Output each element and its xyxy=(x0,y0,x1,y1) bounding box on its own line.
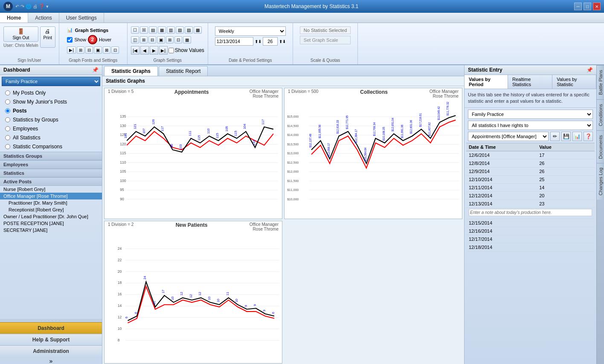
post-item-secretary[interactable]: SECRETARY [JANE] xyxy=(0,227,102,234)
note-row[interactable] xyxy=(466,208,595,219)
toolbar-btn-1[interactable]: ▶| xyxy=(67,46,76,54)
dashboard-button[interactable]: Dashboard xyxy=(0,322,102,334)
cell-value[interactable] xyxy=(537,191,595,199)
value-input[interactable] xyxy=(539,169,560,174)
gs-btn-8[interactable]: ▩ xyxy=(194,26,202,34)
post-item-owner[interactable]: Owner / Lead Practitioner [Dr. John Que] xyxy=(0,213,102,220)
side-tab-battle-plans[interactable]: Battle Plans xyxy=(597,65,604,99)
cell-value[interactable] xyxy=(537,219,595,227)
gs-btn-1[interactable]: ☐ xyxy=(131,26,139,34)
menu-tab-actions[interactable]: Actions xyxy=(28,13,59,23)
nav-next-button[interactable]: ▶ xyxy=(150,46,158,55)
value-input[interactable] xyxy=(539,245,560,250)
side-tab-conditions[interactable]: Conditions xyxy=(597,99,604,130)
cell-value[interactable] xyxy=(537,235,595,243)
menu-tab-user-settings[interactable]: User Settings xyxy=(59,13,104,23)
nav-item-junior-posts[interactable]: Show My Junior's Posts xyxy=(2,98,100,106)
nav-radio-employees[interactable] xyxy=(5,126,10,131)
right-statistic-select[interactable]: Appointments [Office Manager] xyxy=(468,132,549,141)
nav-radio-my-posts[interactable] xyxy=(5,90,10,95)
gs-btn-15[interactable]: ▦ xyxy=(183,36,191,43)
table-row[interactable]: 12/11/2014 xyxy=(466,183,595,191)
right-save-icon-btn[interactable]: 💾 xyxy=(561,132,571,141)
post-item-nurse[interactable]: Nurse [Robert Grey] xyxy=(0,186,102,193)
set-graph-scale-button[interactable]: Set Graph Scale xyxy=(300,36,351,44)
practice-select[interactable]: Family Practice xyxy=(2,77,100,86)
window-controls[interactable]: ─ □ ✕ xyxy=(574,3,601,10)
post-item-practitioner[interactable]: Practitioner [Dr. Mary Smith] xyxy=(0,199,102,206)
nav-last-button[interactable]: ▶| xyxy=(159,46,168,55)
table-row[interactable]: 12/10/2014 xyxy=(466,175,595,183)
nav-item-stat-comparisons[interactable]: Statistic Comparisons xyxy=(2,142,100,151)
toolbar-btn-5[interactable]: ⊠ xyxy=(103,46,110,54)
nav-prev-button[interactable]: ◀ xyxy=(140,46,149,55)
nav-item-all-stats[interactable]: All Statistics xyxy=(2,133,100,142)
toolbar-btn-3[interactable]: ⊟ xyxy=(85,46,93,54)
gs-btn-10[interactable]: ⊞ xyxy=(140,36,148,43)
value-input[interactable] xyxy=(539,153,560,158)
print-button[interactable]: 🖨 Print xyxy=(40,26,55,48)
value-input[interactable] xyxy=(539,177,560,182)
cell-value[interactable] xyxy=(537,159,595,167)
side-tab-documents[interactable]: Documents xyxy=(597,130,604,163)
gs-btn-14[interactable]: ⊡ xyxy=(174,36,182,43)
nav-radio-all-stats[interactable] xyxy=(5,135,10,140)
gs-btn-12[interactable]: ▣ xyxy=(157,36,165,43)
maximize-button[interactable]: □ xyxy=(584,3,591,10)
nav-item-posts[interactable]: Posts xyxy=(2,107,100,115)
nav-item-employees[interactable]: Employees xyxy=(2,124,100,133)
right-scope-select[interactable]: All statistics I have rights to xyxy=(468,121,593,130)
right-edit-icon-btn[interactable]: ✏ xyxy=(550,132,560,141)
table-row[interactable]: 12/17/2014 xyxy=(466,235,595,243)
cell-value[interactable] xyxy=(537,227,595,235)
right-practice-select[interactable]: Family Practice xyxy=(468,110,593,119)
right-help-icon-btn[interactable]: ❓ xyxy=(584,132,593,141)
resize-handle[interactable]: · · · · · · xyxy=(0,319,102,322)
help-button[interactable]: Help & Support xyxy=(0,334,102,345)
tab-values-by-statistic[interactable]: Values by Statistic xyxy=(552,75,596,89)
nav-radio-stat-comparisons[interactable] xyxy=(5,144,10,149)
gs-btn-13[interactable]: ⊞ xyxy=(166,36,174,43)
nav-radio-stats-groups[interactable] xyxy=(5,117,10,122)
period-num-input[interactable] xyxy=(263,37,278,46)
cell-value[interactable] xyxy=(537,183,595,191)
table-row[interactable]: 12/12/2014 xyxy=(466,191,595,199)
gs-btn-4[interactable]: ▦ xyxy=(158,26,166,34)
tab-statistic-report[interactable]: Statistic Report xyxy=(159,66,208,76)
gs-btn-3[interactable]: ▤ xyxy=(149,26,157,34)
num-spin-icon[interactable]: ⬆⬇ xyxy=(279,39,286,44)
sign-out-button[interactable]: 🚪 Sign Out xyxy=(3,26,38,42)
cell-value[interactable] xyxy=(537,151,595,159)
table-row[interactable]: 12/9/2014 xyxy=(466,167,595,175)
date-input[interactable] xyxy=(215,37,253,46)
table-row[interactable]: 12/13/2014 xyxy=(466,199,595,208)
gs-btn-11[interactable]: ⊟ xyxy=(148,36,156,43)
toolbar-btn-6[interactable]: ⊡ xyxy=(111,46,119,54)
post-item-office-manager[interactable]: Office Manager [Rose Throme] xyxy=(0,193,102,199)
table-row[interactable]: 12/6/2014 xyxy=(466,151,595,159)
post-item-reception[interactable]: POSTE RECEPTION [JANE] xyxy=(0,220,102,227)
cell-value[interactable] xyxy=(537,199,595,208)
admin-button[interactable]: Administration xyxy=(0,345,102,357)
value-input[interactable] xyxy=(539,185,560,190)
value-input[interactable] xyxy=(539,228,560,234)
note-input[interactable] xyxy=(469,209,592,216)
table-row[interactable]: 12/15/2014 xyxy=(466,219,595,227)
right-pin-icon[interactable]: 📌 xyxy=(587,67,593,73)
period-select[interactable]: Weekly Monthly Daily xyxy=(215,26,286,36)
value-input[interactable] xyxy=(539,220,560,225)
side-tab-changes-log[interactable]: Changes Log xyxy=(597,163,604,199)
expand-arrow[interactable]: » xyxy=(0,357,102,364)
table-row[interactable]: 12/16/2014 xyxy=(466,227,595,235)
cell-value[interactable] xyxy=(537,167,595,175)
nav-item-stats-groups[interactable]: Statistics by Groups xyxy=(2,116,100,124)
value-input[interactable] xyxy=(539,161,560,166)
nav-item-my-posts[interactable]: My Posts Only xyxy=(2,89,100,97)
date-spin-icon[interactable]: ⬆⬇ xyxy=(255,39,261,44)
cell-value[interactable] xyxy=(537,243,595,251)
value-input[interactable] xyxy=(539,201,560,206)
table-row[interactable]: 12/8/2014 xyxy=(466,159,595,167)
menu-tab-home[interactable]: Home xyxy=(0,13,28,23)
sidebar-pin-icon[interactable]: 📌 xyxy=(92,67,99,73)
right-chart-icon-btn[interactable]: 📊 xyxy=(572,132,582,141)
